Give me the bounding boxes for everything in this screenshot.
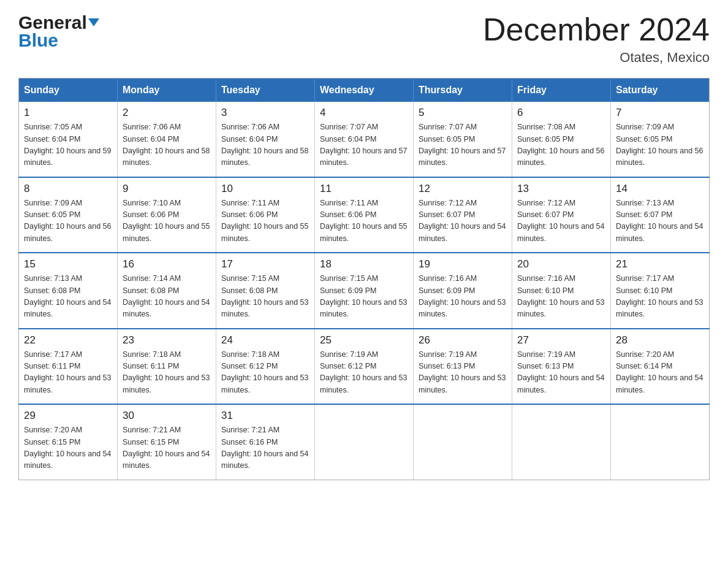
day-info: Sunrise: 7:12 AMSunset: 6:07 PMDaylight:… (419, 197, 507, 245)
day-number: 7 (616, 107, 704, 119)
day-number: 31 (221, 410, 309, 422)
day-number: 17 (221, 258, 309, 270)
location: Otates, Mexico (483, 50, 710, 66)
day-number: 5 (419, 107, 507, 119)
day-info: Sunrise: 7:16 AMSunset: 6:10 PMDaylight:… (517, 273, 605, 321)
day-number: 3 (221, 107, 309, 119)
day-info: Sunrise: 7:06 AMSunset: 6:04 PMDaylight:… (221, 121, 309, 169)
calendar-cell: 17Sunrise: 7:15 AMSunset: 6:08 PMDayligh… (216, 253, 315, 329)
calendar-cell (611, 404, 710, 480)
logo-triangle-icon (88, 18, 99, 26)
day-number: 9 (123, 183, 211, 195)
day-number: 27 (517, 334, 605, 347)
calendar-cell: 29Sunrise: 7:20 AMSunset: 6:15 PMDayligh… (19, 404, 118, 480)
day-info: Sunrise: 7:19 AMSunset: 6:12 PMDaylight:… (320, 349, 408, 397)
day-info: Sunrise: 7:06 AMSunset: 6:04 PMDaylight:… (123, 121, 211, 169)
day-info: Sunrise: 7:21 AMSunset: 6:15 PMDaylight:… (123, 424, 211, 472)
calendar-cell: 9Sunrise: 7:10 AMSunset: 6:06 PMDaylight… (118, 177, 216, 253)
calendar-cell: 25Sunrise: 7:19 AMSunset: 6:12 PMDayligh… (315, 329, 414, 405)
day-info: Sunrise: 7:13 AMSunset: 6:08 PMDaylight:… (24, 273, 112, 321)
day-info: Sunrise: 7:08 AMSunset: 6:05 PMDaylight:… (517, 121, 605, 169)
day-info: Sunrise: 7:18 AMSunset: 6:12 PMDaylight:… (221, 349, 309, 397)
day-number: 12 (419, 183, 507, 195)
calendar-cell: 27Sunrise: 7:19 AMSunset: 6:13 PMDayligh… (512, 329, 611, 405)
day-info: Sunrise: 7:07 AMSunset: 6:05 PMDaylight:… (419, 121, 507, 169)
month-title: December 2024 (483, 12, 710, 47)
day-info: Sunrise: 7:12 AMSunset: 6:07 PMDaylight:… (517, 197, 605, 245)
calendar-cell: 8Sunrise: 7:09 AMSunset: 6:05 PMDaylight… (19, 177, 118, 253)
day-number: 10 (221, 183, 309, 195)
calendar-cell: 16Sunrise: 7:14 AMSunset: 6:08 PMDayligh… (118, 253, 216, 329)
day-number: 13 (517, 183, 605, 195)
day-number: 22 (24, 334, 112, 347)
calendar-cell: 3Sunrise: 7:06 AMSunset: 6:04 PMDaylight… (216, 102, 315, 177)
day-number: 18 (320, 258, 408, 270)
day-info: Sunrise: 7:09 AMSunset: 6:05 PMDaylight:… (616, 121, 704, 169)
day-number: 2 (123, 107, 211, 119)
page-header: General Blue December 2024 Otates, Mexic… (18, 12, 710, 66)
calendar-cell (414, 404, 512, 480)
col-thursday: Thursday (414, 79, 512, 102)
calendar-cell: 26Sunrise: 7:19 AMSunset: 6:13 PMDayligh… (414, 329, 512, 405)
day-info: Sunrise: 7:05 AMSunset: 6:04 PMDaylight:… (24, 121, 112, 169)
col-friday: Friday (512, 79, 611, 102)
calendar-cell: 5Sunrise: 7:07 AMSunset: 6:05 PMDaylight… (414, 102, 512, 177)
day-info: Sunrise: 7:07 AMSunset: 6:04 PMDaylight:… (320, 121, 408, 169)
day-number: 19 (419, 258, 507, 270)
logo: General Blue (18, 12, 99, 50)
day-number: 25 (320, 334, 408, 347)
day-info: Sunrise: 7:13 AMSunset: 6:07 PMDaylight:… (616, 197, 704, 245)
day-number: 24 (221, 334, 309, 347)
day-number: 4 (320, 107, 408, 119)
day-info: Sunrise: 7:19 AMSunset: 6:13 PMDaylight:… (517, 349, 605, 397)
calendar-cell: 2Sunrise: 7:06 AMSunset: 6:04 PMDaylight… (118, 102, 216, 177)
calendar-cell: 11Sunrise: 7:11 AMSunset: 6:06 PMDayligh… (315, 177, 414, 253)
calendar-week-row: 29Sunrise: 7:20 AMSunset: 6:15 PMDayligh… (19, 404, 710, 480)
day-info: Sunrise: 7:20 AMSunset: 6:15 PMDaylight:… (24, 424, 112, 472)
calendar-header: Sunday Monday Tuesday Wednesday Thursday… (19, 79, 710, 102)
day-info: Sunrise: 7:15 AMSunset: 6:09 PMDaylight:… (320, 273, 408, 321)
calendar-cell: 28Sunrise: 7:20 AMSunset: 6:14 PMDayligh… (611, 329, 710, 405)
day-number: 29 (24, 410, 112, 422)
day-info: Sunrise: 7:17 AMSunset: 6:10 PMDaylight:… (616, 273, 704, 321)
day-number: 11 (320, 183, 408, 195)
calendar-cell (315, 404, 414, 480)
calendar-body: 1Sunrise: 7:05 AMSunset: 6:04 PMDaylight… (19, 102, 710, 480)
day-number: 26 (419, 334, 507, 347)
day-info: Sunrise: 7:10 AMSunset: 6:06 PMDaylight:… (123, 197, 211, 245)
calendar-cell: 18Sunrise: 7:15 AMSunset: 6:09 PMDayligh… (315, 253, 414, 329)
day-number: 20 (517, 258, 605, 270)
calendar-cell: 7Sunrise: 7:09 AMSunset: 6:05 PMDaylight… (611, 102, 710, 177)
logo-blue: Blue (18, 30, 99, 50)
col-tuesday: Tuesday (216, 79, 315, 102)
calendar-cell: 6Sunrise: 7:08 AMSunset: 6:05 PMDaylight… (512, 102, 611, 177)
day-info: Sunrise: 7:21 AMSunset: 6:16 PMDaylight:… (221, 424, 309, 472)
day-number: 21 (616, 258, 704, 270)
header-row: Sunday Monday Tuesday Wednesday Thursday… (19, 79, 710, 102)
calendar-cell: 13Sunrise: 7:12 AMSunset: 6:07 PMDayligh… (512, 177, 611, 253)
calendar-week-row: 1Sunrise: 7:05 AMSunset: 6:04 PMDaylight… (19, 102, 710, 177)
day-number: 14 (616, 183, 704, 195)
col-saturday: Saturday (611, 79, 710, 102)
day-number: 8 (24, 183, 112, 195)
day-number: 1 (24, 107, 112, 119)
col-wednesday: Wednesday (315, 79, 414, 102)
day-info: Sunrise: 7:14 AMSunset: 6:08 PMDaylight:… (123, 273, 211, 321)
calendar-cell: 10Sunrise: 7:11 AMSunset: 6:06 PMDayligh… (216, 177, 315, 253)
calendar-cell: 14Sunrise: 7:13 AMSunset: 6:07 PMDayligh… (611, 177, 710, 253)
calendar-cell: 15Sunrise: 7:13 AMSunset: 6:08 PMDayligh… (19, 253, 118, 329)
calendar-table: Sunday Monday Tuesday Wednesday Thursday… (18, 78, 710, 480)
calendar-cell: 21Sunrise: 7:17 AMSunset: 6:10 PMDayligh… (611, 253, 710, 329)
calendar-week-row: 8Sunrise: 7:09 AMSunset: 6:05 PMDaylight… (19, 177, 710, 253)
calendar-cell: 4Sunrise: 7:07 AMSunset: 6:04 PMDaylight… (315, 102, 414, 177)
day-info: Sunrise: 7:11 AMSunset: 6:06 PMDaylight:… (320, 197, 408, 245)
day-info: Sunrise: 7:11 AMSunset: 6:06 PMDaylight:… (221, 197, 309, 245)
day-number: 16 (123, 258, 211, 270)
day-info: Sunrise: 7:19 AMSunset: 6:13 PMDaylight:… (419, 349, 507, 397)
day-number: 23 (123, 334, 211, 347)
day-number: 15 (24, 258, 112, 270)
calendar-cell (512, 404, 611, 480)
calendar-cell: 1Sunrise: 7:05 AMSunset: 6:04 PMDaylight… (19, 102, 118, 177)
day-info: Sunrise: 7:16 AMSunset: 6:09 PMDaylight:… (419, 273, 507, 321)
calendar-cell: 20Sunrise: 7:16 AMSunset: 6:10 PMDayligh… (512, 253, 611, 329)
